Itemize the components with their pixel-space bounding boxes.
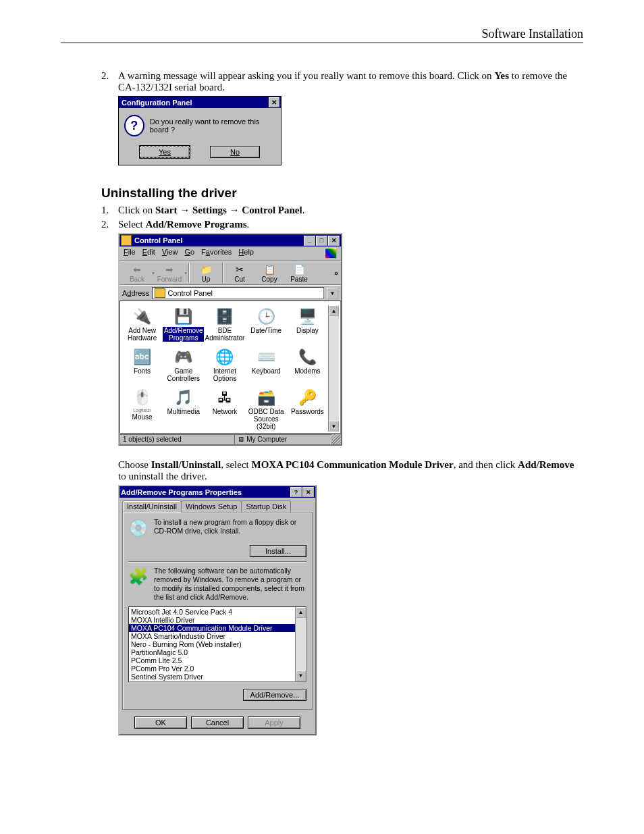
dialog-title: Configuration Panel xyxy=(122,99,192,107)
maximize-icon[interactable]: □ xyxy=(316,236,327,246)
dialog-body: ? Do you really want to remove this boar… xyxy=(119,108,281,143)
program-row[interactable]: MOXA PC104 Communication Module Driver xyxy=(129,624,295,632)
cp-item-label: BDE Administrator xyxy=(204,327,245,342)
dialog-titlebar[interactable]: Add/Remove Programs Properties ? ✕ xyxy=(119,486,315,498)
program-row[interactable]: MOXA Smartio/Industio Driver xyxy=(129,632,295,640)
cp-item[interactable]: 🔌Add New Hardware xyxy=(122,305,163,343)
add-remove-button[interactable]: Add/Remove... xyxy=(243,689,306,701)
copy-button[interactable]: 📋Copy xyxy=(254,263,284,283)
step-number: 1. xyxy=(101,205,118,216)
paste-button[interactable]: 📄Paste xyxy=(284,263,314,283)
back-icon: ⬅ xyxy=(130,263,144,276)
tab-bar: Install/Uninstall Windows Setup Startup … xyxy=(119,498,315,512)
program-row[interactable]: Sentinel System Driver xyxy=(129,673,295,681)
remove-text: The following software can be automatica… xyxy=(154,567,306,602)
cp-item[interactable]: 🖱️LogitechMouse xyxy=(122,386,163,432)
help-icon[interactable]: ? xyxy=(290,487,302,497)
scroll-track[interactable] xyxy=(296,618,306,671)
paragraph: Choose Install/Uninstall, select MOXA PC… xyxy=(118,459,583,482)
step-text: A warning message will appear asking you… xyxy=(118,70,583,93)
toolbar-overflow[interactable]: » xyxy=(334,269,338,277)
close-icon[interactable]: ✕ xyxy=(328,236,340,246)
tab-startup-disk[interactable]: Startup Disk xyxy=(241,500,291,512)
menu-view[interactable]: View xyxy=(162,248,178,259)
up-button[interactable]: 📁Up xyxy=(191,263,221,283)
cp-item[interactable]: 📞Modems xyxy=(287,346,328,384)
ok-button[interactable]: OK xyxy=(134,716,187,729)
program-list[interactable]: Microsoft Jet 4.0 Service Pack 4MOXA Int… xyxy=(128,606,306,682)
toolbar: ⬅Back ▾ ➡Forward ▾ 📁Up ✂Cut 📋Copy 📄Paste… xyxy=(119,261,341,285)
install-button[interactable]: Install... xyxy=(250,545,306,557)
scroll-down-icon[interactable]: ▼ xyxy=(329,421,339,432)
program-row[interactable]: MOXA Intellio Driver xyxy=(129,616,295,624)
cp-item[interactable]: 🗄️BDE Administrator xyxy=(204,305,245,343)
cp-item[interactable]: 🔤Fonts xyxy=(122,346,163,384)
menu-go[interactable]: Go xyxy=(184,248,194,259)
cp-item[interactable]: 💾Add/Remove Programs xyxy=(163,305,204,343)
step-2: 2. A warning message will appear asking … xyxy=(101,70,583,93)
scrollbar[interactable]: ▲ ▼ xyxy=(328,305,339,432)
menu-help[interactable]: Help xyxy=(238,248,254,259)
cp-item-label: Game Controllers xyxy=(163,367,204,382)
dialog-title: Add/Remove Programs Properties xyxy=(121,488,290,496)
scroll-track[interactable] xyxy=(329,316,339,421)
scroll-up-icon[interactable]: ▲ xyxy=(329,305,339,316)
close-icon[interactable]: ✕ xyxy=(269,97,279,107)
cp-item[interactable]: 🔑Passwords xyxy=(287,386,328,432)
paste-icon: 📄 xyxy=(292,263,306,276)
folder-icon xyxy=(155,288,165,298)
control-panel-window: Control Panel _ □ ✕ File Edit View Go Fa… xyxy=(118,233,342,446)
cp-item[interactable]: 🎵Multimedia xyxy=(163,386,204,432)
cp-item-icon: ⌨️ xyxy=(256,347,276,367)
cp-item-label: Keyboard xyxy=(252,367,281,375)
back-button[interactable]: ⬅Back xyxy=(122,263,152,283)
cp-item[interactable]: 🖧Network xyxy=(204,386,245,432)
cp-item[interactable]: 🎮Game Controllers xyxy=(163,346,204,384)
cp-item[interactable]: 🌐Internet Options xyxy=(204,346,245,384)
cp-item-icon: 🎮 xyxy=(173,347,194,367)
window-titlebar[interactable]: Control Panel _ □ ✕ xyxy=(119,234,341,246)
program-row[interactable]: PComm Pro Ver 2.0 xyxy=(129,664,295,673)
uninstall-icon: 🧩 xyxy=(128,567,149,587)
cut-button[interactable]: ✂Cut xyxy=(225,263,254,283)
dialog-message: Do you really want to remove this board … xyxy=(150,118,275,134)
menu-favorites[interactable]: Favorites xyxy=(201,248,232,259)
program-row[interactable]: Nero - Burning Rom (Web installer) xyxy=(129,640,295,648)
tab-windows-setup[interactable]: Windows Setup xyxy=(181,500,242,512)
icon-area: 🔌Add New Hardware💾Add/Remove Programs🗄️B… xyxy=(119,301,341,434)
cp-item-label: Date/Time xyxy=(250,327,281,334)
cp-item-icon: 🕒 xyxy=(256,307,276,327)
address-dropdown-icon[interactable]: ▼ xyxy=(327,288,338,299)
tab-install-uninstall[interactable]: Install/Uninstall xyxy=(122,500,182,513)
cp-item[interactable]: 🖥️Display xyxy=(287,305,328,343)
scrollbar[interactable]: ▲ ▼ xyxy=(295,607,306,681)
minimize-icon[interactable]: _ xyxy=(304,236,315,246)
cp-item-icon: 🔌 xyxy=(132,307,153,327)
cp-item[interactable]: ⌨️Keyboard xyxy=(246,346,287,384)
cp-item-icon: 🖧 xyxy=(215,388,235,408)
dialog-titlebar[interactable]: Configuration Panel ✕ xyxy=(119,97,281,108)
cp-item-icon: 🗄️ xyxy=(215,307,235,327)
cp-item-label: Internet Options xyxy=(204,367,245,382)
no-button[interactable]: No xyxy=(210,146,260,158)
menu-edit[interactable]: Edit xyxy=(142,248,155,259)
address-bar: Address Control Panel ▼ xyxy=(119,285,341,301)
cp-item[interactable]: 🗃️ODBC Data Sources (32bit) xyxy=(246,386,287,432)
cancel-button[interactable]: Cancel xyxy=(191,716,244,729)
yes-button[interactable]: Yes xyxy=(140,146,190,158)
program-row[interactable]: PartitionMagic 5.0 xyxy=(129,648,295,656)
close-icon[interactable]: ✕ xyxy=(302,487,314,497)
address-input[interactable]: Control Panel xyxy=(152,287,324,299)
forward-button[interactable]: ➡Forward xyxy=(155,263,184,283)
menu-file[interactable]: File xyxy=(124,248,136,259)
cp-item[interactable]: 🕒Date/Time xyxy=(246,305,287,343)
install-icon: 💿 xyxy=(128,518,149,538)
scroll-down-icon[interactable]: ▼ xyxy=(296,671,306,681)
cp-item-label: Add New Hardware xyxy=(122,327,163,342)
program-row[interactable]: Microsoft Jet 4.0 Service Pack 4 xyxy=(129,608,295,616)
program-row[interactable]: PComm Lite 2.5 xyxy=(129,656,295,664)
up-icon: 📁 xyxy=(199,263,213,276)
apply-button[interactable]: Apply xyxy=(248,716,300,729)
scroll-up-icon[interactable]: ▲ xyxy=(296,607,306,618)
resize-grip-icon[interactable] xyxy=(331,434,341,444)
